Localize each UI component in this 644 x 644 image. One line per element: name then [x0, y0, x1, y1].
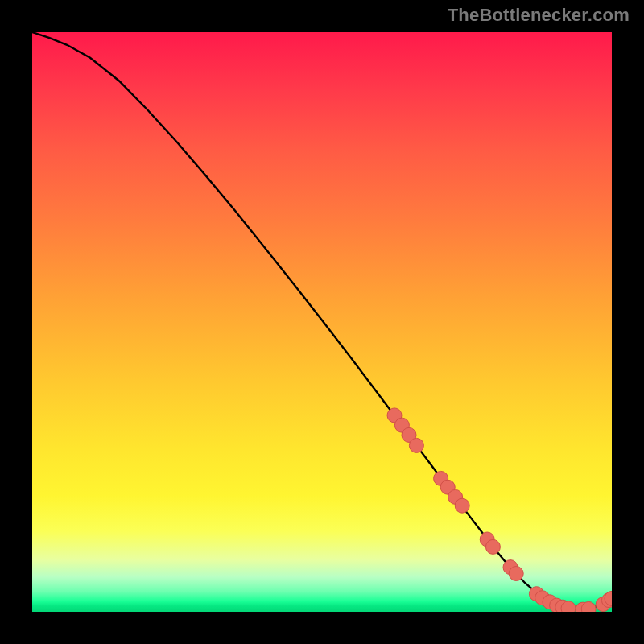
attribution-label: TheBottlenecker.com	[448, 5, 630, 26]
marker-point	[509, 567, 523, 581]
marker-group	[387, 408, 612, 612]
marker-point	[581, 601, 596, 612]
chart-overlay	[32, 32, 612, 612]
marker-point	[455, 498, 469, 513]
chart-frame: TheBottlenecker.com	[0, 0, 644, 644]
bottleneck-curve	[32, 32, 612, 609]
marker-point	[485, 539, 500, 554]
plot-area	[32, 32, 612, 612]
marker-point	[409, 438, 423, 452]
marker-point	[561, 601, 576, 612]
